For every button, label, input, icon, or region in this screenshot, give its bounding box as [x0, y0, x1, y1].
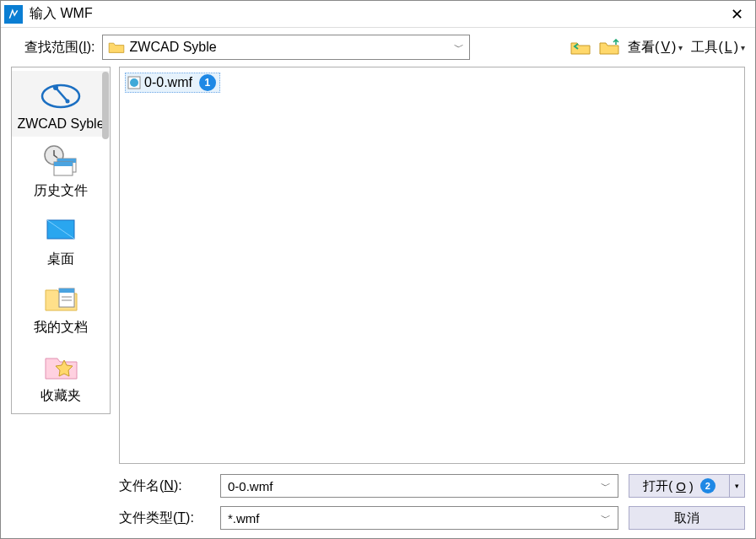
lookin-select[interactable]: ZWCAD Syble ﹀: [102, 35, 470, 60]
back-folder-icon[interactable]: [570, 39, 591, 56]
svg-rect-10: [59, 288, 74, 293]
sidebar-item-label: 我的文档: [34, 319, 88, 337]
svg-rect-7: [54, 162, 73, 166]
dialog-body: ZWCAD Syble 历史文件: [1, 67, 755, 538]
sidebar-item-history[interactable]: 历史文件: [12, 137, 110, 205]
tools-menu[interactable]: 工具(L)▾: [691, 39, 745, 57]
open-button[interactable]: 打开(O) 2: [629, 474, 730, 498]
favorites-icon: [39, 348, 83, 382]
svg-point-0: [42, 85, 79, 107]
open-button-dropdown[interactable]: ▾: [730, 474, 745, 498]
sidebar-item-label: 桌面: [47, 251, 74, 268]
chevron-down-icon: ▾: [741, 43, 745, 52]
bottom-panel: 文件名(N): 0-0.wmf ﹀ 打开(O) 2 ▾: [119, 464, 745, 530]
svg-point-14: [130, 78, 138, 87]
sidebar-item-label: 收藏夹: [40, 387, 81, 405]
filename-row: 文件名(N): 0-0.wmf ﹀ 打开(O) 2 ▾: [119, 474, 745, 498]
cancel-button[interactable]: 取消: [629, 506, 745, 530]
dialog-title: 输入 WMF: [30, 5, 721, 23]
desktop-icon: [39, 212, 83, 245]
filetype-select[interactable]: *.wmf ﹀: [220, 506, 618, 530]
chevron-down-icon: ﹀: [454, 40, 464, 55]
filetype-row: 文件类型(T): *.wmf ﹀ 取消: [119, 506, 745, 530]
sidebar-item-label: 历史文件: [34, 182, 88, 200]
sidebar-item-documents[interactable]: 我的文档: [12, 273, 110, 342]
filetype-value: *.wmf: [228, 511, 601, 526]
filename-label: 文件名(N):: [119, 477, 210, 495]
file-list[interactable]: 0-0.wmf 1: [119, 67, 745, 464]
documents-icon: [39, 280, 83, 314]
app-icon: [4, 5, 23, 24]
open-button-group: 打开(O) 2 ▾: [629, 474, 745, 498]
callout-badge-1: 1: [199, 74, 216, 91]
filetype-label: 文件类型(T):: [119, 509, 210, 527]
main-area: 0-0.wmf 1 文件名(N): 0-0.wmf ﹀ 打开(O): [119, 67, 745, 530]
import-wmf-dialog: 输入 WMF ✕ 查找范围(I): ZWCAD Syble ﹀ 查看(V)▾ 工: [0, 0, 756, 539]
history-icon: [39, 143, 83, 177]
sidebar-item-desktop[interactable]: 桌面: [12, 205, 110, 273]
titlebar: 输入 WMF ✕: [1, 1, 755, 28]
sidebar-item-favorites[interactable]: 收藏夹: [12, 342, 110, 410]
places-sidebar: ZWCAD Syble 历史文件: [11, 67, 111, 414]
lookin-row: 查找范围(I): ZWCAD Syble ﹀ 查看(V)▾ 工具(L)▾: [1, 28, 755, 67]
sidebar-item-zwcad[interactable]: ZWCAD Syble: [12, 71, 110, 137]
lookin-value: ZWCAD Syble: [130, 40, 449, 55]
file-item-label: 0-0.wmf: [144, 75, 192, 90]
view-menu[interactable]: 查看(V)▾: [628, 39, 683, 57]
callout-badge-2: 2: [700, 478, 716, 493]
file-item[interactable]: 0-0.wmf 1: [125, 73, 220, 93]
sidebar-item-label: ZWCAD Syble: [17, 116, 104, 132]
chevron-down-icon: ▾: [678, 43, 683, 52]
toolbar: 查看(V)▾ 工具(L)▾: [570, 39, 745, 57]
up-folder-icon[interactable]: [599, 39, 619, 56]
sidebar-scrollbar[interactable]: [102, 72, 109, 139]
close-button[interactable]: ✕: [721, 2, 752, 27]
svg-point-2: [66, 100, 70, 104]
zwcad-logo-icon: [39, 78, 83, 111]
folder-icon: [108, 40, 125, 54]
lookin-label: 查找范围(I):: [24, 39, 95, 57]
filename-value: 0-0.wmf: [228, 479, 601, 493]
chevron-down-icon: ▾: [735, 482, 739, 490]
chevron-down-icon: ﹀: [601, 511, 611, 526]
wmf-file-icon: [127, 76, 141, 89]
filename-input[interactable]: 0-0.wmf ﹀: [220, 474, 618, 498]
chevron-down-icon: ﹀: [601, 479, 611, 493]
